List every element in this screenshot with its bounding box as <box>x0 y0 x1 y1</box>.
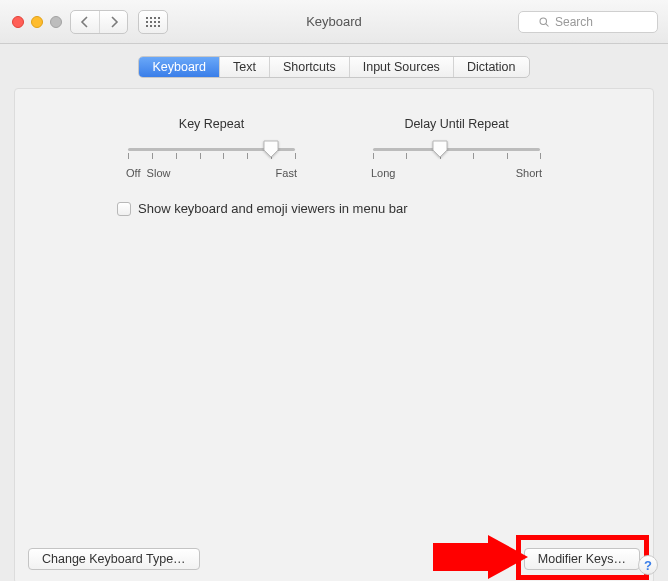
annotation-highlight-box <box>516 535 649 580</box>
chevron-left-icon <box>80 16 90 28</box>
delay-labels: Long Short <box>369 167 544 179</box>
tab-input-sources[interactable]: Input Sources <box>349 57 453 77</box>
tab-keyboard[interactable]: Keyboard <box>139 57 219 77</box>
tab-text[interactable]: Text <box>219 57 269 77</box>
help-icon: ? <box>644 558 652 573</box>
tab-dictation[interactable]: Dictation <box>453 57 529 77</box>
key-repeat-title: Key Repeat <box>124 117 299 131</box>
delay-block: Delay Until Repeat Long Short <box>369 117 544 179</box>
chevron-right-icon <box>109 16 119 28</box>
show-viewers-row[interactable]: Show keyboard and emoji viewers in menu … <box>117 201 653 216</box>
minimize-window-button[interactable] <box>31 16 43 28</box>
key-repeat-labels: Off Slow Fast <box>124 167 299 179</box>
show-viewers-checkbox[interactable] <box>117 202 131 216</box>
change-keyboard-type-button[interactable]: Change Keyboard Type… <box>28 548 200 570</box>
svg-marker-2 <box>433 535 528 579</box>
titlebar: Keyboard <box>0 0 668 44</box>
key-repeat-slider[interactable] <box>124 139 299 161</box>
key-repeat-block: Key Repeat Off Slow Fast <box>124 117 299 179</box>
tab-shortcuts[interactable]: Shortcuts <box>269 57 349 77</box>
delay-slider[interactable] <box>369 139 544 161</box>
content-pane: Key Repeat Off Slow Fast Delay Until Rep… <box>14 88 654 581</box>
annotation-arrow-icon <box>433 535 528 579</box>
show-viewers-label: Show keyboard and emoji viewers in menu … <box>138 201 408 216</box>
forward-button[interactable] <box>99 11 127 33</box>
slider-knob[interactable] <box>432 140 448 158</box>
close-window-button[interactable] <box>12 16 24 28</box>
slider-knob[interactable] <box>263 140 279 158</box>
svg-point-0 <box>540 18 546 24</box>
apps-grid-icon <box>146 17 160 27</box>
nav-back-forward <box>70 10 128 34</box>
show-all-prefs-button[interactable] <box>138 10 168 34</box>
window-controls <box>12 16 62 28</box>
svg-line-1 <box>546 23 549 26</box>
sliders-row: Key Repeat Off Slow Fast Delay Until Rep… <box>15 89 653 179</box>
zoom-window-button[interactable] <box>50 16 62 28</box>
search-wrapper <box>518 11 658 33</box>
delay-title: Delay Until Repeat <box>369 117 544 131</box>
back-button[interactable] <box>71 11 99 33</box>
search-icon <box>538 16 550 28</box>
tab-strip: KeyboardTextShortcutsInput SourcesDictat… <box>0 44 668 88</box>
help-button[interactable]: ? <box>638 555 658 575</box>
